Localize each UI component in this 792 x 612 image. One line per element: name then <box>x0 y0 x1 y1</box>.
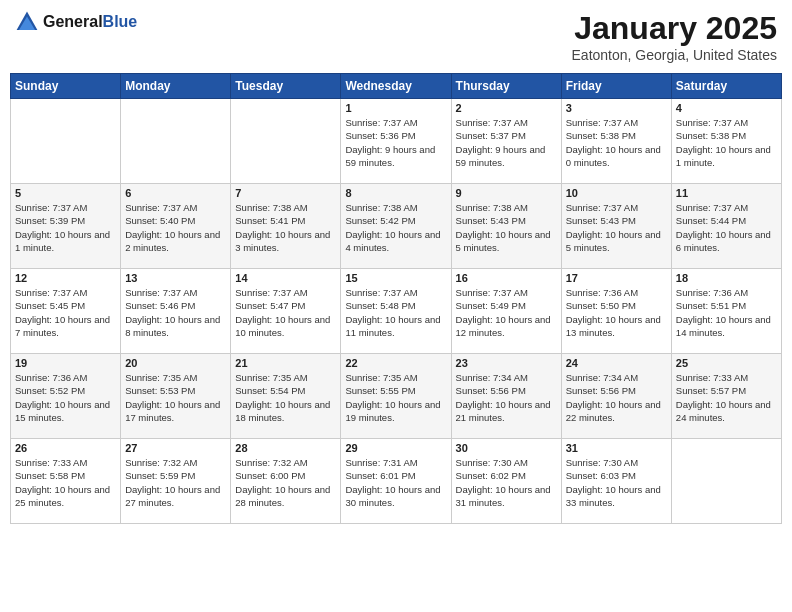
calendar-cell: 26Sunrise: 7:33 AM Sunset: 5:58 PM Dayli… <box>11 439 121 524</box>
day-number: 5 <box>15 187 116 199</box>
day-number: 9 <box>456 187 557 199</box>
week-row-5: 26Sunrise: 7:33 AM Sunset: 5:58 PM Dayli… <box>11 439 782 524</box>
calendar-cell <box>231 99 341 184</box>
col-tuesday: Tuesday <box>231 74 341 99</box>
day-info: Sunrise: 7:37 AM Sunset: 5:43 PM Dayligh… <box>566 201 667 254</box>
day-number: 18 <box>676 272 777 284</box>
day-info: Sunrise: 7:37 AM Sunset: 5:44 PM Dayligh… <box>676 201 777 254</box>
calendar-cell: 28Sunrise: 7:32 AM Sunset: 6:00 PM Dayli… <box>231 439 341 524</box>
day-info: Sunrise: 7:34 AM Sunset: 5:56 PM Dayligh… <box>566 371 667 424</box>
day-number: 3 <box>566 102 667 114</box>
calendar-cell: 21Sunrise: 7:35 AM Sunset: 5:54 PM Dayli… <box>231 354 341 439</box>
month-title: January 2025 <box>572 10 777 47</box>
calendar-cell: 7Sunrise: 7:38 AM Sunset: 5:41 PM Daylig… <box>231 184 341 269</box>
calendar-cell <box>121 99 231 184</box>
day-number: 7 <box>235 187 336 199</box>
logo-blue: Blue <box>103 13 138 30</box>
day-number: 22 <box>345 357 446 369</box>
day-info: Sunrise: 7:37 AM Sunset: 5:47 PM Dayligh… <box>235 286 336 339</box>
calendar-cell: 29Sunrise: 7:31 AM Sunset: 6:01 PM Dayli… <box>341 439 451 524</box>
day-info: Sunrise: 7:37 AM Sunset: 5:39 PM Dayligh… <box>15 201 116 254</box>
calendar-cell: 9Sunrise: 7:38 AM Sunset: 5:43 PM Daylig… <box>451 184 561 269</box>
day-info: Sunrise: 7:37 AM Sunset: 5:38 PM Dayligh… <box>566 116 667 169</box>
calendar-cell: 27Sunrise: 7:32 AM Sunset: 5:59 PM Dayli… <box>121 439 231 524</box>
week-row-1: 1Sunrise: 7:37 AM Sunset: 5:36 PM Daylig… <box>11 99 782 184</box>
day-number: 12 <box>15 272 116 284</box>
day-info: Sunrise: 7:36 AM Sunset: 5:51 PM Dayligh… <box>676 286 777 339</box>
logo-icon <box>15 10 39 34</box>
day-number: 11 <box>676 187 777 199</box>
week-row-4: 19Sunrise: 7:36 AM Sunset: 5:52 PM Dayli… <box>11 354 782 439</box>
day-number: 16 <box>456 272 557 284</box>
day-info: Sunrise: 7:36 AM Sunset: 5:52 PM Dayligh… <box>15 371 116 424</box>
calendar-cell: 19Sunrise: 7:36 AM Sunset: 5:52 PM Dayli… <box>11 354 121 439</box>
calendar-cell: 10Sunrise: 7:37 AM Sunset: 5:43 PM Dayli… <box>561 184 671 269</box>
day-info: Sunrise: 7:32 AM Sunset: 6:00 PM Dayligh… <box>235 456 336 509</box>
day-number: 24 <box>566 357 667 369</box>
calendar-cell: 22Sunrise: 7:35 AM Sunset: 5:55 PM Dayli… <box>341 354 451 439</box>
day-info: Sunrise: 7:33 AM Sunset: 5:58 PM Dayligh… <box>15 456 116 509</box>
day-number: 6 <box>125 187 226 199</box>
calendar-cell: 4Sunrise: 7:37 AM Sunset: 5:38 PM Daylig… <box>671 99 781 184</box>
calendar-cell: 30Sunrise: 7:30 AM Sunset: 6:02 PM Dayli… <box>451 439 561 524</box>
day-info: Sunrise: 7:37 AM Sunset: 5:48 PM Dayligh… <box>345 286 446 339</box>
day-info: Sunrise: 7:30 AM Sunset: 6:03 PM Dayligh… <box>566 456 667 509</box>
calendar-cell <box>671 439 781 524</box>
day-info: Sunrise: 7:36 AM Sunset: 5:50 PM Dayligh… <box>566 286 667 339</box>
col-wednesday: Wednesday <box>341 74 451 99</box>
day-info: Sunrise: 7:35 AM Sunset: 5:53 PM Dayligh… <box>125 371 226 424</box>
day-info: Sunrise: 7:33 AM Sunset: 5:57 PM Dayligh… <box>676 371 777 424</box>
day-info: Sunrise: 7:37 AM Sunset: 5:36 PM Dayligh… <box>345 116 446 169</box>
day-number: 21 <box>235 357 336 369</box>
calendar-cell: 15Sunrise: 7:37 AM Sunset: 5:48 PM Dayli… <box>341 269 451 354</box>
calendar-cell <box>11 99 121 184</box>
week-row-2: 5Sunrise: 7:37 AM Sunset: 5:39 PM Daylig… <box>11 184 782 269</box>
day-number: 15 <box>345 272 446 284</box>
day-number: 31 <box>566 442 667 454</box>
calendar-cell: 18Sunrise: 7:36 AM Sunset: 5:51 PM Dayli… <box>671 269 781 354</box>
calendar-cell: 11Sunrise: 7:37 AM Sunset: 5:44 PM Dayli… <box>671 184 781 269</box>
day-number: 30 <box>456 442 557 454</box>
calendar-cell: 25Sunrise: 7:33 AM Sunset: 5:57 PM Dayli… <box>671 354 781 439</box>
day-info: Sunrise: 7:37 AM Sunset: 5:46 PM Dayligh… <box>125 286 226 339</box>
calendar-cell: 1Sunrise: 7:37 AM Sunset: 5:36 PM Daylig… <box>341 99 451 184</box>
calendar-cell: 3Sunrise: 7:37 AM Sunset: 5:38 PM Daylig… <box>561 99 671 184</box>
day-info: Sunrise: 7:35 AM Sunset: 5:55 PM Dayligh… <box>345 371 446 424</box>
location-title: Eatonton, Georgia, United States <box>572 47 777 63</box>
day-number: 20 <box>125 357 226 369</box>
day-number: 25 <box>676 357 777 369</box>
day-number: 1 <box>345 102 446 114</box>
calendar-header-row: Sunday Monday Tuesday Wednesday Thursday… <box>11 74 782 99</box>
day-number: 23 <box>456 357 557 369</box>
day-number: 8 <box>345 187 446 199</box>
week-row-3: 12Sunrise: 7:37 AM Sunset: 5:45 PM Dayli… <box>11 269 782 354</box>
page-header: GeneralBlue January 2025 Eatonton, Georg… <box>10 10 782 63</box>
col-saturday: Saturday <box>671 74 781 99</box>
day-info: Sunrise: 7:38 AM Sunset: 5:41 PM Dayligh… <box>235 201 336 254</box>
day-number: 29 <box>345 442 446 454</box>
day-info: Sunrise: 7:35 AM Sunset: 5:54 PM Dayligh… <box>235 371 336 424</box>
col-sunday: Sunday <box>11 74 121 99</box>
day-number: 17 <box>566 272 667 284</box>
col-thursday: Thursday <box>451 74 561 99</box>
day-number: 13 <box>125 272 226 284</box>
calendar-cell: 20Sunrise: 7:35 AM Sunset: 5:53 PM Dayli… <box>121 354 231 439</box>
day-info: Sunrise: 7:37 AM Sunset: 5:37 PM Dayligh… <box>456 116 557 169</box>
day-number: 10 <box>566 187 667 199</box>
day-number: 28 <box>235 442 336 454</box>
calendar-cell: 2Sunrise: 7:37 AM Sunset: 5:37 PM Daylig… <box>451 99 561 184</box>
calendar-cell: 14Sunrise: 7:37 AM Sunset: 5:47 PM Dayli… <box>231 269 341 354</box>
day-info: Sunrise: 7:37 AM Sunset: 5:40 PM Dayligh… <box>125 201 226 254</box>
day-info: Sunrise: 7:38 AM Sunset: 5:42 PM Dayligh… <box>345 201 446 254</box>
day-info: Sunrise: 7:38 AM Sunset: 5:43 PM Dayligh… <box>456 201 557 254</box>
calendar-cell: 8Sunrise: 7:38 AM Sunset: 5:42 PM Daylig… <box>341 184 451 269</box>
calendar-cell: 31Sunrise: 7:30 AM Sunset: 6:03 PM Dayli… <box>561 439 671 524</box>
day-number: 27 <box>125 442 226 454</box>
calendar-cell: 13Sunrise: 7:37 AM Sunset: 5:46 PM Dayli… <box>121 269 231 354</box>
day-info: Sunrise: 7:34 AM Sunset: 5:56 PM Dayligh… <box>456 371 557 424</box>
day-info: Sunrise: 7:32 AM Sunset: 5:59 PM Dayligh… <box>125 456 226 509</box>
calendar-cell: 12Sunrise: 7:37 AM Sunset: 5:45 PM Dayli… <box>11 269 121 354</box>
day-info: Sunrise: 7:37 AM Sunset: 5:49 PM Dayligh… <box>456 286 557 339</box>
day-info: Sunrise: 7:31 AM Sunset: 6:01 PM Dayligh… <box>345 456 446 509</box>
col-monday: Monday <box>121 74 231 99</box>
